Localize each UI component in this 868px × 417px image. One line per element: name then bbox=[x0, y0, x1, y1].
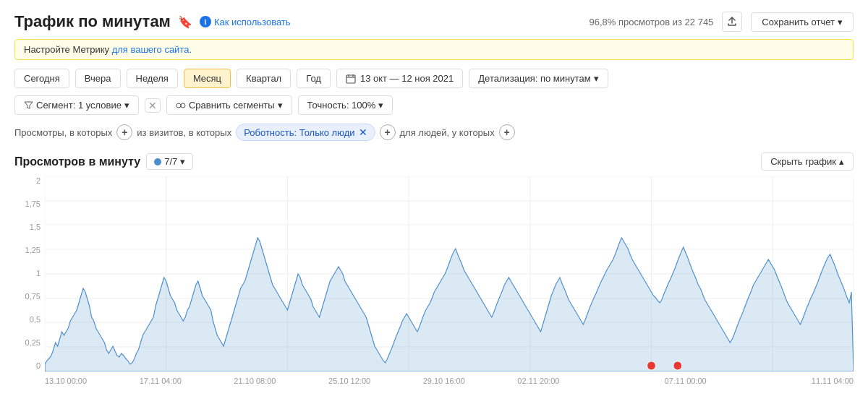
add-people-filter-button[interactable]: + bbox=[499, 124, 515, 140]
header-right: 96,8% просмотров из 22 745 Сохранить отч… bbox=[589, 12, 854, 32]
header-row: Трафик по минутам 🔖 i Как использовать 9… bbox=[14, 12, 854, 32]
chart-svg-area: 13.10 00:00 17.11 04:00 21.10 08:00 25.1… bbox=[45, 176, 854, 385]
add-visits-filter-button[interactable]: + bbox=[380, 124, 396, 140]
x-label-1: 17.11 04:00 bbox=[140, 377, 182, 385]
filter-quarter[interactable]: Квартал bbox=[237, 69, 291, 88]
add-views-filter-button[interactable]: + bbox=[116, 124, 132, 140]
save-report-label: Сохранить отчет bbox=[762, 17, 835, 27]
save-report-button[interactable]: Сохранить отчет ▾ bbox=[751, 12, 854, 32]
x-label-3: 25.10 12:00 bbox=[328, 377, 370, 385]
svg-point-5 bbox=[181, 103, 185, 108]
detail-label: Детализация: по минутам bbox=[478, 73, 590, 84]
x-label-7: 07.11 00:00 bbox=[665, 377, 707, 385]
banner-link[interactable]: для вашего сайта. bbox=[112, 44, 192, 55]
filter-month[interactable]: Месяц bbox=[184, 69, 231, 88]
filter-week[interactable]: Неделя bbox=[127, 69, 178, 88]
x-label-4: 29.10 16:00 bbox=[423, 377, 465, 385]
compare-icon bbox=[176, 100, 186, 111]
share-button[interactable] bbox=[722, 12, 742, 32]
chevron-down-icon: ▾ bbox=[594, 73, 599, 84]
from-visits-label: из визитов, в которых bbox=[137, 127, 231, 138]
chevron-down-icon: ▾ bbox=[124, 100, 129, 111]
views-label: Просмотры, в которых bbox=[14, 127, 112, 138]
chevron-up-icon: ▴ bbox=[839, 156, 844, 167]
chevron-down-icon: ▾ bbox=[278, 100, 283, 111]
compare-segments-button[interactable]: Сравнить сегменты ▾ bbox=[166, 95, 292, 115]
date-filter-row: Сегодня Вчера Неделя Месяц Квартал Год 1… bbox=[14, 69, 854, 88]
bookmark-icon[interactable]: 🔖 bbox=[178, 15, 192, 29]
for-people-label: для людей, у которых bbox=[400, 127, 495, 138]
segment-button[interactable]: Сегмент: 1 условие ▾ bbox=[14, 95, 139, 115]
y-label-05: 0,5 bbox=[14, 315, 45, 324]
svg-rect-0 bbox=[346, 75, 355, 83]
x-label-2: 21.10 08:00 bbox=[234, 377, 276, 385]
filter-yesterday[interactable]: Вчера bbox=[75, 69, 121, 88]
filter-year[interactable]: Год bbox=[297, 69, 331, 88]
y-label-075: 0,75 bbox=[14, 292, 45, 301]
y-label-175: 1,75 bbox=[14, 199, 45, 208]
chevron-down-icon: ▾ bbox=[838, 17, 843, 27]
page-title: Трафик по минутам bbox=[14, 12, 171, 31]
hide-chart-label: Скрыть график bbox=[770, 156, 836, 167]
robotness-chip[interactable]: Роботность: Только люди ✕ bbox=[236, 124, 375, 141]
date-range-label: 13 окт — 12 ноя 2021 bbox=[360, 73, 454, 84]
calendar-icon bbox=[346, 74, 356, 84]
y-label-025: 0,25 bbox=[14, 338, 45, 347]
y-axis: 0 0,25 0,5 0,75 1 1,25 1,5 1,75 2 bbox=[14, 176, 45, 371]
x-label-0: 13.10 00:00 bbox=[45, 377, 87, 385]
accuracy-button[interactable]: Точность: 100% ▾ bbox=[298, 95, 393, 115]
chart-header: Просмотров в минуту 7/7 ▾ Скрыть график … bbox=[14, 152, 854, 171]
how-to-use-label: Как использовать bbox=[214, 17, 291, 27]
svg-point-4 bbox=[176, 103, 181, 108]
chart-title-row: Просмотров в минуту 7/7 ▾ bbox=[14, 153, 193, 170]
series-selector[interactable]: 7/7 ▾ bbox=[146, 153, 193, 170]
y-label-125: 1,25 bbox=[14, 246, 45, 254]
y-label-0: 0 bbox=[14, 361, 45, 370]
y-label-1: 1 bbox=[14, 269, 45, 278]
date-range-picker[interactable]: 13 окт — 12 ноя 2021 bbox=[336, 69, 463, 88]
chips-row: Просмотры, в которых + из визитов, в кот… bbox=[14, 124, 854, 141]
x-axis-labels: 13.10 00:00 17.11 04:00 21.10 08:00 25.1… bbox=[45, 377, 854, 385]
setup-banner: Настройте Метрику для вашего сайта. bbox=[14, 39, 854, 60]
how-to-use-link[interactable]: i Как использовать bbox=[200, 16, 291, 27]
x-label-9: 11.11 04:00 bbox=[812, 377, 854, 385]
accuracy-label: Точность: 100% bbox=[307, 100, 376, 111]
segment-label: Сегмент: 1 условие bbox=[36, 100, 122, 111]
filter-icon bbox=[24, 100, 33, 110]
header-left: Трафик по минутам 🔖 i Как использовать bbox=[14, 12, 291, 31]
share-icon bbox=[727, 17, 737, 27]
compare-label: Сравнить сегменты bbox=[189, 100, 275, 111]
segment-row: Сегмент: 1 условие ▾ ✕ Сравнить сегменты… bbox=[14, 95, 854, 115]
chart-title: Просмотров в минуту bbox=[14, 155, 140, 168]
filter-today[interactable]: Сегодня bbox=[14, 69, 69, 88]
series-dot-icon bbox=[154, 158, 161, 165]
annotation-marker-1 bbox=[647, 361, 656, 370]
info-icon: i bbox=[200, 16, 211, 27]
chart-container: 0 0,25 0,5 0,75 1 1,25 1,5 1,75 2 bbox=[14, 176, 854, 385]
hide-chart-button[interactable]: Скрыть график ▴ bbox=[761, 152, 854, 171]
y-label-2: 2 bbox=[14, 176, 45, 185]
detail-select[interactable]: Детализация: по минутам ▾ bbox=[469, 69, 608, 88]
annotation-marker-2 bbox=[673, 361, 682, 370]
stats-text: 96,8% просмотров из 22 745 bbox=[589, 17, 713, 27]
x-label-5: 02.11 20:00 bbox=[517, 377, 559, 385]
series-count: 7/7 bbox=[164, 156, 177, 167]
segment-clear-button[interactable]: ✕ bbox=[145, 98, 161, 113]
chevron-down-icon: ▾ bbox=[180, 156, 185, 167]
chart-section: Просмотров в минуту 7/7 ▾ Скрыть график … bbox=[14, 152, 854, 385]
chevron-down-icon: ▾ bbox=[378, 100, 383, 111]
robotness-label: Роботность: Только люди bbox=[244, 127, 354, 138]
chart-svg bbox=[45, 176, 854, 371]
robotness-close-icon[interactable]: ✕ bbox=[359, 126, 367, 138]
banner-text-before: Настройте Метрику bbox=[24, 44, 109, 55]
y-label-15: 1,5 bbox=[14, 223, 45, 231]
